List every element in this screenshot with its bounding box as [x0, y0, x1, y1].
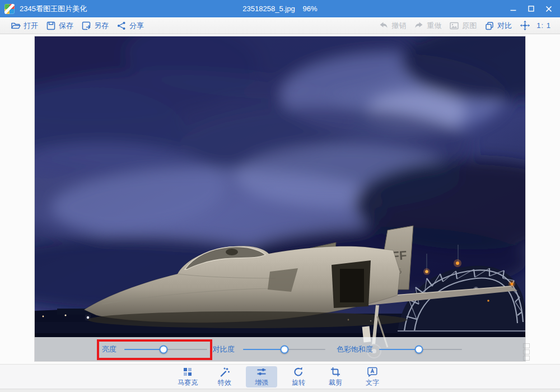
redo-icon — [414, 21, 424, 31]
magic-wand-icon — [219, 366, 230, 377]
app-logo-icon — [4, 4, 15, 14]
app-window: 2345看图王图片美化 23518258_5.jpg 96% 打开 — [0, 0, 560, 392]
rotate-icon — [293, 366, 304, 377]
undo-button[interactable]: 撤销 — [375, 19, 410, 32]
save-as-button[interactable]: 另存 — [77, 19, 113, 32]
ratio-1-1-button[interactable]: 1: 1 — [534, 20, 553, 31]
saturation-slider: 色彩饱和度 — [337, 337, 462, 361]
mosaic-icon — [182, 366, 193, 377]
original-image-icon — [449, 21, 459, 31]
enhance-sliders-icon — [256, 366, 267, 377]
redo-button[interactable]: 重做 — [410, 19, 445, 32]
tool-crop[interactable]: 裁剪 — [320, 366, 351, 388]
share-button[interactable]: 分享 — [113, 19, 148, 32]
photo-fighter-jet: FF 05 — [35, 36, 525, 361]
contrast-track[interactable] — [243, 349, 325, 350]
watermark-artifact — [522, 342, 531, 366]
open-folder-icon — [11, 21, 21, 31]
save-as-icon — [81, 21, 91, 31]
compare-icon — [484, 21, 494, 31]
window-controls — [504, 0, 558, 17]
save-button[interactable]: 保存 — [42, 19, 77, 32]
crop-icon — [330, 366, 341, 377]
document-title: 23518258_5.jpg 96% — [242, 4, 317, 13]
photo-canvas: FF 05 — [35, 36, 525, 361]
maximize-button[interactable] — [522, 0, 540, 17]
editor-content: FF 05 — [0, 34, 560, 364]
file-name: 23518258_5.jpg — [242, 4, 295, 13]
pan-arrows-icon — [520, 20, 530, 31]
edit-tools-bar: 马赛克 特效 增强 旋转 — [0, 364, 560, 389]
app-title: 2345看图王图片美化 — [20, 4, 87, 14]
compare-button[interactable]: 对比 — [480, 19, 516, 32]
saturation-thumb[interactable] — [415, 345, 423, 353]
original-image-button[interactable]: 原图 — [445, 19, 480, 32]
highlight-annotation — [97, 339, 212, 360]
save-icon — [46, 21, 56, 31]
status-strip — [0, 389, 560, 392]
tool-enhance[interactable]: 增强 — [246, 366, 277, 388]
tool-mosaic[interactable]: 马赛克 — [172, 366, 203, 388]
saturation-track[interactable] — [379, 349, 462, 350]
contrast-thumb[interactable] — [280, 345, 288, 353]
main-toolbar: 打开 保存 另存 分享 撤销 — [0, 17, 560, 34]
share-icon — [116, 21, 127, 31]
zoom-level: 96% — [303, 4, 318, 13]
title-bar: 2345看图王图片美化 23518258_5.jpg 96% — [0, 0, 560, 17]
close-button[interactable] — [540, 0, 558, 17]
undo-icon — [379, 21, 389, 31]
pan-fit-button[interactable] — [516, 18, 534, 32]
tool-rotate[interactable]: 旋转 — [283, 366, 314, 388]
tool-effects[interactable]: 特效 — [209, 366, 240, 388]
tool-text[interactable]: 文字 — [357, 366, 388, 388]
close-icon — [547, 6, 552, 11]
saturation-label: 色彩饱和度 — [337, 344, 373, 354]
minimize-button[interactable] — [504, 0, 522, 17]
contrast-label: 对比度 — [213, 344, 235, 354]
open-button[interactable]: 打开 — [7, 19, 42, 32]
contrast-slider: 对比度 — [213, 337, 325, 361]
text-bubble-icon — [367, 366, 378, 377]
maximize-icon — [529, 6, 534, 11]
